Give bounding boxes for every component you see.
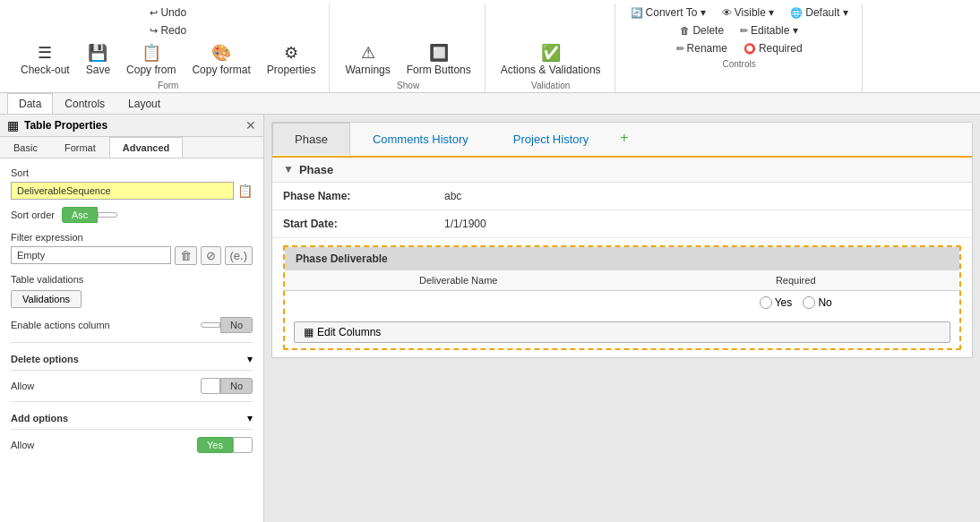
sort-asc-button[interactable]: Asc (62, 207, 98, 223)
allow-yes-button[interactable] (201, 378, 220, 394)
warnings-button[interactable]: ⚠ Warnings (339, 41, 396, 79)
tab-phase[interactable]: Phase (272, 123, 350, 156)
required-button[interactable]: ⭕ Required (737, 39, 809, 57)
add-tab-button[interactable]: + (611, 123, 637, 156)
filter-row: 🗑 ⊘ (e.) (11, 246, 253, 265)
ribbon-group-validation: ✅ Actions & Validations Validation (487, 4, 615, 92)
validations-button[interactable]: Validations (11, 290, 82, 308)
ribbon-tabs: Data Controls Layout (0, 93, 980, 115)
phase-title: Phase (299, 163, 333, 176)
filter-icon-button[interactable]: ⊘ (201, 246, 221, 265)
expression-button[interactable]: (e.) (225, 246, 254, 265)
default-button[interactable]: 🌐 Default ▾ (784, 4, 854, 21)
phase-collapse-button[interactable]: ▼ (283, 163, 294, 175)
delete-options-chevron: ▾ (247, 353, 253, 365)
sort-order-toggle: Asc (62, 207, 117, 223)
divider1 (11, 342, 253, 343)
form-group-label: Form (158, 81, 178, 90)
tab-comments-history[interactable]: Comments History (350, 123, 491, 156)
sort-input[interactable] (11, 182, 234, 200)
tab-controls[interactable]: Controls (53, 93, 116, 114)
edit-columns-button[interactable]: ▦ Edit Columns (294, 321, 950, 343)
panel-content: Sort 📋 Sort order Asc Filter expression … (0, 158, 263, 522)
allow-toggle: No (201, 378, 253, 394)
ribbon-group-show: ⚠ Warnings 🔲 Form Buttons Show (331, 4, 485, 92)
content-area: Phase Comments History Project History +… (271, 122, 973, 358)
edit-cols-icon: ▦ (304, 326, 314, 338)
copy-sort-button[interactable]: 📋 (237, 184, 253, 198)
tab-data[interactable]: Data (7, 93, 53, 114)
left-panel: ▦ Table Properties ✕ Basic Format Advanc… (0, 115, 264, 522)
deliverable-section: Phase Deliverable Deliverable Name Requi… (283, 245, 961, 350)
deliverable-header: Phase Deliverable (285, 247, 959, 270)
actions-icon: ✅ (541, 44, 561, 64)
save-icon: 💾 (88, 44, 107, 64)
enable-actions-toggle: No (201, 317, 253, 333)
delete-filter-button[interactable]: 🗑 (175, 246, 197, 265)
radio-yes[interactable]: Yes (760, 296, 793, 309)
actions-validations-button[interactable]: ✅ Actions & Validations (494, 41, 607, 79)
table-row: Yes No (285, 290, 959, 316)
radio-no-circle (803, 296, 815, 309)
form-buttons-button[interactable]: 🔲 Form Buttons (400, 41, 477, 79)
add-allow-yes-button[interactable]: Yes (197, 437, 233, 453)
ribbon-group-controls: 🔄 Convert To ▾ 👁 Visible ▾ 🌐 Default ▾ 🗑… (617, 4, 863, 92)
required-cell: Yes No (632, 290, 959, 316)
ribbon: ↩ Undo ↪ Redo ☰ Check-out 💾 Save 📋 Copy … (0, 0, 980, 93)
tab-advanced[interactable]: Advanced (109, 137, 184, 158)
start-date-label: Start Date: (283, 218, 444, 230)
redo-button[interactable]: ↪ Redo (143, 21, 193, 39)
undo-button[interactable]: ↩ Undo (143, 4, 193, 21)
edit-cols-label: Edit Columns (317, 326, 381, 338)
allow-no-button[interactable]: No (220, 378, 253, 394)
show-group-label: Show (397, 81, 419, 90)
radio-yes-circle (760, 296, 772, 309)
sort-desc-button[interactable] (98, 212, 117, 218)
convert-to-button[interactable]: 🔄 Convert To ▾ (624, 4, 712, 21)
save-button[interactable]: 💾 Save (80, 41, 116, 79)
enable-actions-no-button[interactable]: No (220, 317, 253, 333)
right-panel: Phase Comments History Project History +… (264, 115, 980, 522)
tab-project-history[interactable]: Project History (491, 123, 612, 156)
form-buttons-icon: 🔲 (429, 44, 449, 64)
delete-button[interactable]: 🗑 Delete (674, 21, 730, 39)
properties-button[interactable]: ⚙ Properties (261, 41, 322, 79)
filter-input[interactable] (11, 246, 171, 264)
rename-button[interactable]: ✏ Rename (670, 39, 734, 57)
delete-options-section[interactable]: Delete options ▾ (11, 348, 253, 371)
filter-label: Filter expression (11, 232, 253, 243)
tab-layout[interactable]: Layout (116, 93, 172, 114)
validation-group-label: Validation (531, 81, 570, 90)
table-icon: ▦ (7, 118, 19, 133)
field-start-date: Start Date: 1/1/1900 (272, 210, 972, 238)
tab-basic[interactable]: Basic (0, 137, 51, 158)
editable-button[interactable]: ✏ Editable ▾ (734, 21, 804, 39)
ribbon-group-form: ↩ Undo ↪ Redo ☰ Check-out 💾 Save 📋 Copy … (7, 4, 330, 92)
radio-no-label: No (818, 296, 831, 309)
copy-format-button[interactable]: 🎨 Copy format (185, 41, 256, 79)
close-button[interactable]: ✕ (245, 118, 256, 133)
add-allow-label: Allow (11, 440, 34, 450)
copy-format-icon: 🎨 (211, 44, 231, 64)
phase-name-label: Phase Name: (283, 190, 444, 202)
add-allow-no-button[interactable] (233, 437, 253, 453)
tab-format[interactable]: Format (51, 137, 109, 158)
delete-options-label: Delete options (11, 354, 79, 364)
properties-icon: ⚙ (284, 44, 298, 64)
warnings-icon: ⚠ (361, 44, 375, 64)
enable-actions-label: Enable actions column (11, 320, 110, 330)
main-area: ▦ Table Properties ✕ Basic Format Advanc… (0, 115, 980, 522)
copy-from-button[interactable]: 📋 Copy from (120, 41, 182, 79)
enable-actions-yes-button[interactable] (201, 322, 220, 328)
checkout-button[interactable]: ☰ Check-out (14, 41, 76, 79)
visible-button[interactable]: 👁 Visible ▾ (716, 4, 780, 21)
enable-actions-row: Enable actions column No (11, 317, 253, 333)
sort-order-label: Sort order (11, 210, 55, 220)
add-options-section[interactable]: Add options ▾ (11, 407, 253, 430)
content-tabs: Phase Comments History Project History + (272, 123, 972, 158)
phase-header: ▼ Phase (272, 158, 972, 183)
panel-header: ▦ Table Properties ✕ (0, 115, 263, 137)
radio-no[interactable]: No (803, 296, 831, 309)
panel-title: Table Properties (24, 119, 240, 132)
copy-from-icon: 📋 (142, 44, 161, 64)
